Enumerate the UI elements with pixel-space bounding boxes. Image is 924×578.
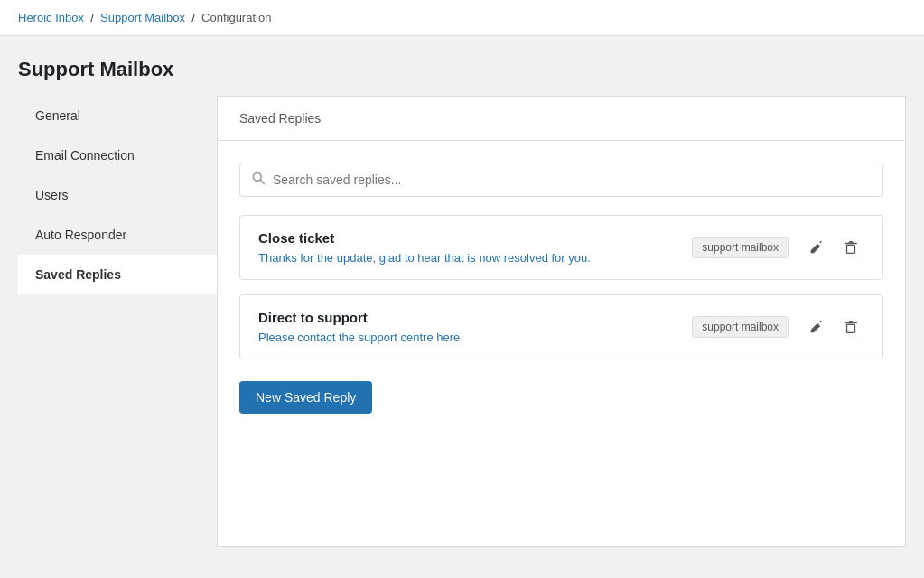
- reply-preview-text: Please contact the support centre: [258, 331, 436, 344]
- reply-title-close-ticket: Close ticket: [258, 230, 677, 246]
- svg-line-1: [260, 180, 264, 183]
- section-header: Saved Replies: [218, 97, 905, 141]
- page-title: Support Mailbox: [0, 36, 924, 96]
- main-content: Saved Replies Close ticket Thanks for th…: [217, 96, 906, 547]
- section-body: Close ticket Thanks for the update, glad…: [218, 141, 905, 435]
- breadcrumb-support-mailbox[interactable]: Support Mailbox: [100, 11, 185, 24]
- breadcrumb: Heroic Inbox / Support Mailbox / Configu…: [0, 0, 924, 36]
- new-saved-reply-button[interactable]: New Saved Reply: [239, 381, 372, 414]
- reply-preview-close-ticket: Thanks for the update, glad to hear that…: [258, 251, 677, 265]
- reply-title-direct-support: Direct to support: [258, 310, 677, 325]
- reply-info-close-ticket: Close ticket Thanks for the update, glad…: [258, 230, 677, 265]
- search-icon: [251, 171, 266, 189]
- reply-tag-direct-support: support mailbox: [692, 316, 789, 338]
- delete-close-ticket-button[interactable]: [837, 236, 864, 259]
- search-input[interactable]: [273, 172, 872, 187]
- svg-rect-3: [847, 324, 855, 332]
- breadcrumb-heroic-inbox[interactable]: Heroic Inbox: [18, 11, 84, 24]
- reply-info-direct-support: Direct to support Please contact the sup…: [258, 310, 677, 344]
- layout: General Email Connection Users Auto Resp…: [0, 96, 924, 565]
- sidebar-item-users[interactable]: Users: [18, 175, 217, 215]
- reply-preview-link[interactable]: here: [436, 331, 460, 344]
- reply-preview-direct-support: Please contact the support centre here: [258, 331, 677, 344]
- delete-direct-support-button[interactable]: [837, 315, 864, 339]
- reply-card-close-ticket: Close ticket Thanks for the update, glad…: [239, 215, 883, 280]
- reply-card-direct-support: Direct to support Please contact the sup…: [239, 294, 883, 359]
- sidebar: General Email Connection Users Auto Resp…: [18, 96, 217, 547]
- sidebar-item-general[interactable]: General: [18, 96, 217, 135]
- reply-actions-close-ticket: [803, 236, 864, 259]
- search-box: [239, 163, 883, 197]
- sidebar-item-saved-replies[interactable]: Saved Replies: [18, 255, 217, 294]
- edit-close-ticket-button[interactable]: [803, 236, 830, 259]
- reply-actions-direct-support: [803, 315, 864, 339]
- sidebar-item-email-connection[interactable]: Email Connection: [18, 135, 217, 175]
- reply-tag-close-ticket: support mailbox: [692, 237, 789, 258]
- breadcrumb-configuration: Configuration: [201, 11, 271, 24]
- svg-rect-2: [847, 245, 855, 253]
- sidebar-item-auto-responder[interactable]: Auto Responder: [18, 215, 217, 255]
- edit-direct-support-button[interactable]: [803, 315, 830, 339]
